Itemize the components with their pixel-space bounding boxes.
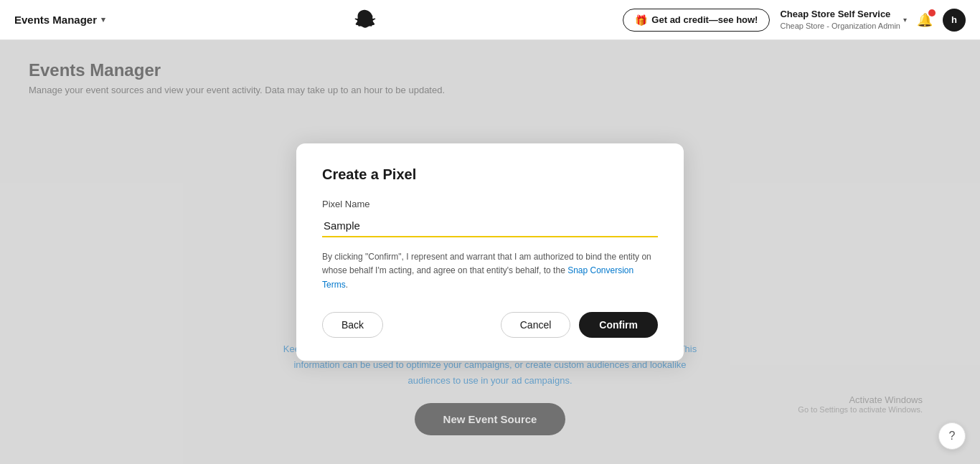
help-question-icon: ? — [949, 430, 956, 442]
navbar-right: 🎁 Get ad credit—see how! Cheap Store Sel… — [623, 9, 966, 32]
account-sub: Cheap Store - Organization Admin — [780, 21, 900, 31]
navbar: Events Manager ▾ 🎁 Get ad credit—see how… — [0, 0, 980, 40]
back-button[interactable]: Back — [322, 312, 383, 338]
avatar-initial: h — [951, 14, 957, 25]
modal-right-buttons: Cancel Confirm — [501, 312, 658, 338]
account-chevron-icon: ▾ — [903, 16, 907, 24]
ad-credit-button[interactable]: 🎁 Get ad credit—see how! — [623, 9, 770, 32]
account-area[interactable]: Cheap Store Self Service Cheap Store - O… — [780, 9, 907, 31]
gift-icon: 🎁 — [635, 14, 647, 26]
modal-overlay: Create a Pixel Pixel Name By clicking "C… — [0, 40, 980, 464]
create-pixel-modal: Create a Pixel Pixel Name By clicking "C… — [296, 143, 684, 361]
modal-title: Create a Pixel — [322, 166, 658, 183]
avatar[interactable]: h — [943, 9, 966, 32]
account-name: Cheap Store Self Service — [780, 9, 900, 21]
ad-credit-label: Get ad credit—see how! — [651, 14, 758, 25]
modal-actions: Back Cancel Confirm — [322, 312, 658, 338]
account-text: Cheap Store Self Service Cheap Store - O… — [780, 9, 900, 31]
app-title: Events Manager — [14, 14, 97, 26]
navbar-center — [105, 7, 623, 33]
pixel-name-input[interactable] — [322, 215, 658, 237]
cancel-button[interactable]: Cancel — [501, 312, 571, 338]
help-button[interactable]: ? — [938, 422, 966, 450]
notifications-button[interactable]: 🔔 — [917, 12, 933, 28]
pixel-name-label: Pixel Name — [322, 199, 658, 209]
notification-badge — [928, 9, 936, 16]
confirm-button[interactable]: Confirm — [579, 312, 658, 338]
terms-after: . — [346, 280, 348, 290]
app-title-area[interactable]: Events Manager ▾ — [14, 14, 105, 26]
page-content: Events Manager Manage your event sources… — [0, 40, 980, 464]
snapchat-logo-icon — [352, 7, 377, 33]
terms-text: By clicking "Confirm", I represent and w… — [322, 250, 658, 292]
